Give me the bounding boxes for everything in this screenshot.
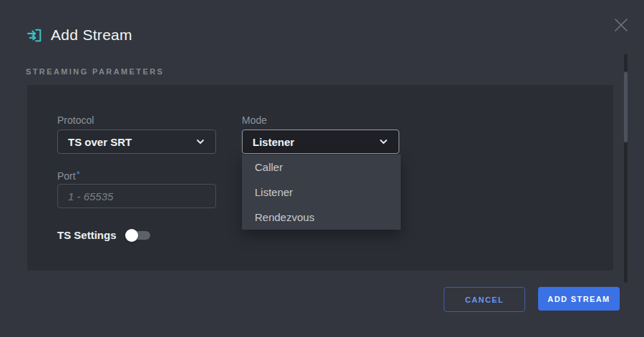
scrollbar-thumb[interactable] xyxy=(624,72,628,142)
cancel-button[interactable]: CANCEL xyxy=(444,287,525,312)
port-label-text: Port xyxy=(57,170,76,182)
mode-label-text: Mode xyxy=(242,114,267,126)
mode-label: Mode xyxy=(242,114,267,126)
mode-select[interactable]: Listener xyxy=(242,130,399,154)
protocol-label-text: Protocol xyxy=(57,114,94,126)
ts-settings-label: TS Settings xyxy=(57,229,117,241)
protocol-label: Protocol xyxy=(57,114,94,126)
scrollbar-track[interactable] xyxy=(624,54,628,283)
mode-selected-value: Listener xyxy=(253,136,294,148)
protocol-selected-value: TS over SRT xyxy=(68,136,132,148)
chevron-down-icon xyxy=(379,137,389,147)
chevron-down-icon xyxy=(195,137,205,147)
add-stream-icon xyxy=(26,26,44,44)
port-label: Port* xyxy=(57,169,80,182)
required-asterisk: * xyxy=(77,169,80,180)
section-header-streaming-parameters: STREAMING PARAMETERS xyxy=(26,67,164,76)
mode-option-caller[interactable]: Caller xyxy=(242,155,401,180)
add-stream-modal: Add Stream STREAMING PARAMETERS Protocol… xyxy=(0,0,644,337)
mode-option-rendezvous[interactable]: Rendezvous xyxy=(242,205,401,230)
add-stream-button[interactable]: ADD STREAM xyxy=(538,287,620,311)
streaming-parameters-panel: Protocol TS over SRT Mode Listener Calle… xyxy=(27,85,613,270)
protocol-select[interactable]: TS over SRT xyxy=(57,130,216,154)
modal-title: Add Stream xyxy=(51,26,132,44)
close-icon[interactable] xyxy=(613,17,629,33)
ts-settings-toggle[interactable] xyxy=(126,231,150,240)
port-input[interactable] xyxy=(57,184,216,208)
mode-option-listener[interactable]: Listener xyxy=(242,180,401,205)
mode-dropdown-menu: Caller Listener Rendezvous xyxy=(242,155,401,230)
ts-settings-row: TS Settings xyxy=(57,229,150,241)
toggle-knob xyxy=(125,229,138,242)
